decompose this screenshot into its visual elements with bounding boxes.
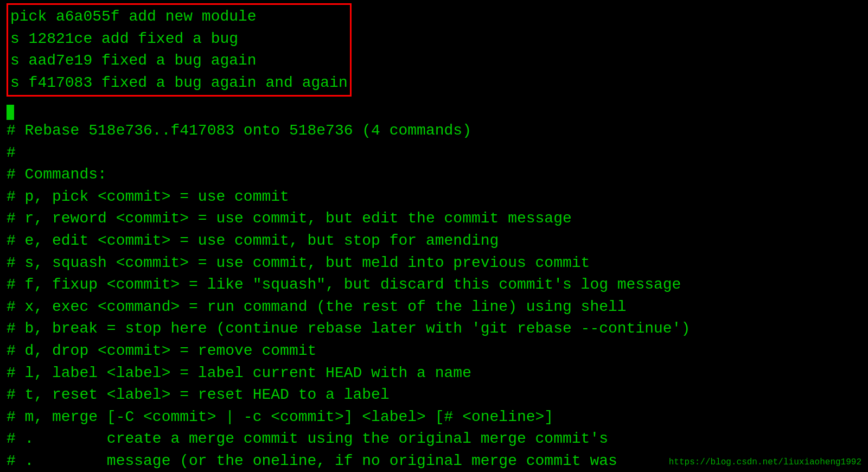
comment-line-10: # b, break = stop here (continue rebase … (7, 318, 861, 340)
comment-line-1: # Rebase 518e736..f417083 onto 518e736 (… (7, 120, 861, 142)
comment-line-8: # f, fixup <commit> = like "squash", but… (7, 274, 861, 296)
comment-line-2: # (7, 142, 861, 164)
comment-line-15: # . create a merge commit using the orig… (7, 428, 861, 450)
comment-line-13: # t, reset <label> = reset HEAD to a lab… (7, 384, 861, 406)
rebase-line-3: s aad7e19 fixed a bug again (10, 50, 348, 72)
rebase-line-4: s f417083 fixed a bug again and again (10, 72, 348, 94)
comment-line-3: # Commands: (7, 164, 861, 186)
comment-line-6: # e, edit <commit> = use commit, but sto… (7, 230, 861, 252)
highlighted-rebase-block: pick a6a055f add new module s 12821ce ad… (7, 3, 352, 97)
comment-line-11: # d, drop <commit> = remove commit (7, 340, 861, 362)
comment-line-14: # m, merge [-C <commit> | -c <commit>] <… (7, 406, 861, 429)
comment-line-5: # r, reword <commit> = use commit, but e… (7, 208, 861, 230)
cursor-line (7, 98, 861, 120)
comment-line-9: # x, exec <command> = run command (the r… (7, 296, 861, 318)
terminal-cursor (7, 105, 14, 120)
rebase-line-2: s 12821ce add fixed a bug (10, 28, 348, 50)
comment-line-12: # l, label <label> = label current HEAD … (7, 362, 861, 385)
watermark: https://blog.csdn.net/liuxiaoheng1992 (669, 456, 861, 469)
rebase-line-1: pick a6a055f add new module (10, 6, 348, 28)
comment-line-4: # p, pick <commit> = use commit (7, 186, 861, 208)
comment-line-7: # s, squash <commit> = use commit, but m… (7, 252, 861, 275)
terminal-window: pick a6a055f add new module s 12821ce ad… (0, 0, 868, 472)
